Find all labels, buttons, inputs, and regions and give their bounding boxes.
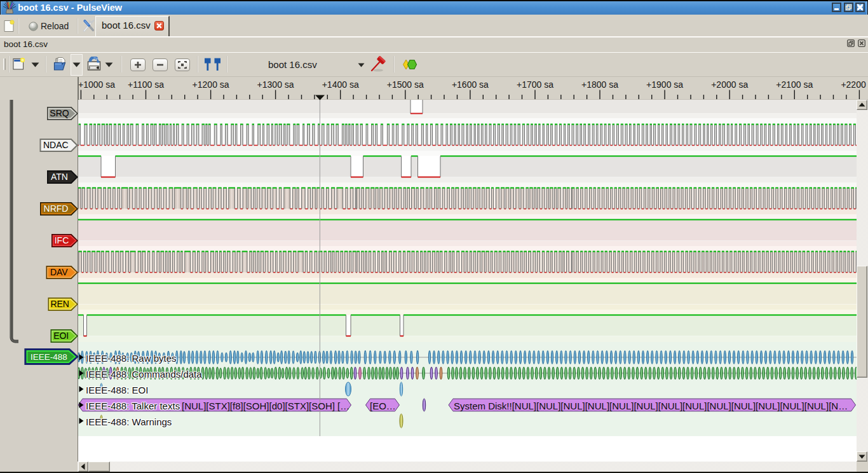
- svg-text:SRQ: SRQ: [50, 108, 69, 118]
- svg-text:DAV: DAV: [50, 267, 68, 277]
- svg-text:ATN: ATN: [51, 172, 68, 182]
- svg-text:EOI: EOI: [53, 331, 69, 341]
- svg-text:REN: REN: [50, 299, 69, 309]
- svg-text:IFC: IFC: [55, 235, 69, 245]
- svg-text:NDAC: NDAC: [43, 140, 69, 150]
- svg-text:IEEE-488: IEEE-488: [31, 352, 67, 362]
- svg-text:NRFD: NRFD: [44, 203, 69, 214]
